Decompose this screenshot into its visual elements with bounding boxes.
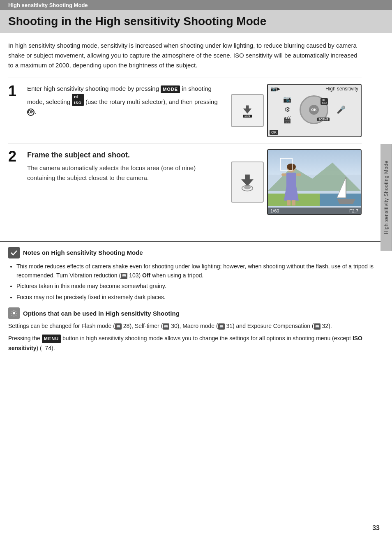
camera-icon: 📷 xyxy=(283,95,291,103)
svg-rect-16 xyxy=(296,173,301,176)
options-icon-box xyxy=(8,307,20,319)
step-2-desc: The camera automatically selects the foc… xyxy=(27,163,224,183)
high-sensitivity-label: High sensitivity xyxy=(325,86,358,92)
step-1-text: Enter high sensitivity shooting mode by … xyxy=(27,84,224,117)
intro-paragraph: In high sensitivity shooting mode, sensi… xyxy=(8,41,362,70)
header-bar: High sensitivity Shooting Mode xyxy=(0,0,392,10)
step-2-content: Frame the subject and shoot. The camera … xyxy=(27,149,224,183)
shutter-svg xyxy=(237,172,258,192)
scene-badge: SCENE xyxy=(317,118,330,121)
mic-icon: 🎤 xyxy=(337,105,346,114)
options-text: Settings can be changed for Flash mode (… xyxy=(8,321,384,353)
ref-30: 📖 xyxy=(163,323,169,330)
step-1-mode-diagram: MODE xyxy=(231,94,264,127)
svg-rect-14 xyxy=(292,200,295,205)
ref-28: 📖 xyxy=(115,323,122,330)
note-item-2: Pictures taken in this mode may become s… xyxy=(16,282,384,291)
step-1-images: MODE 📷▶ High sensitivity 📷 ⚙ 🎬 xyxy=(231,84,362,137)
note-item-1: This mode reduces effects of camera shak… xyxy=(16,262,384,280)
ref-icon-103: 📖 xyxy=(121,273,127,279)
options-header: Options that can be used in High sensiti… xyxy=(8,307,384,319)
step-2-images: 1/60 F2.7 xyxy=(231,149,362,215)
ok-symbol: OK xyxy=(27,108,35,116)
left-icons: 📷 ⚙ 🎬 xyxy=(283,95,291,124)
svg-point-7 xyxy=(244,186,251,189)
svg-rect-15 xyxy=(281,173,286,176)
shutter-speed: 1/60 xyxy=(270,208,279,213)
notes-section: Notes on High sensitivity Shooting Mode … xyxy=(0,241,392,302)
notes-icon-box xyxy=(8,247,20,258)
svg-rect-1 xyxy=(246,105,249,109)
step-2-shutter-diagram xyxy=(231,162,264,203)
hi-iso-label: HiISO xyxy=(72,94,84,106)
checkmark-icon xyxy=(10,249,18,256)
camera-mode-icon: 📷▶ xyxy=(270,86,280,92)
options-header-text: Options that can be used in High sensiti… xyxy=(23,310,180,317)
options-text-2: Pressing the MENU button in high sensiti… xyxy=(8,334,384,353)
svg-marker-0 xyxy=(243,108,251,114)
svg-marker-12 xyxy=(284,186,299,201)
page-title-section: Shooting in the High sensitivity Shootin… xyxy=(0,10,392,33)
options-gear-icon xyxy=(10,309,18,317)
page-title: Shooting in the High sensitivity Shootin… xyxy=(8,14,384,28)
options-section: Options that can be used in High sensiti… xyxy=(0,307,392,353)
svg-rect-13 xyxy=(287,200,291,205)
selector-ring: OK HiISO SCENE xyxy=(300,95,328,124)
settings-icon: ⚙ xyxy=(284,106,290,113)
step-2-main: Frame the subject and shoot. xyxy=(27,149,224,161)
step-1: 1 Enter high sensitivity shooting mode b… xyxy=(8,78,362,137)
step-1-number: 1 xyxy=(8,84,21,99)
note-item-3: Focus may not be precisely fixed in extr… xyxy=(16,293,384,302)
svg-point-19 xyxy=(13,312,15,314)
step-1-camera-screen: 📷▶ High sensitivity 📷 ⚙ 🎬 OK HiISO SCENE xyxy=(267,84,362,137)
hi-iso-badge: HiISO xyxy=(321,98,328,105)
step-2: 2 Frame the subject and shoot. The camer… xyxy=(8,143,362,215)
notes-list: This mode reduces effects of camera shak… xyxy=(8,262,384,302)
notes-header-text: Notes on High sensitivity Shooting Mode xyxy=(23,249,143,256)
svg-text:MODE: MODE xyxy=(244,115,250,117)
svg-rect-5 xyxy=(245,174,250,180)
step-1-content: Enter high sensitivity shooting mode by … xyxy=(27,84,224,117)
video-icon: 🎬 xyxy=(283,116,291,124)
page-number: 33 xyxy=(372,524,380,532)
options-text-1: Settings can be changed for Flash mode (… xyxy=(8,321,384,331)
viewfinder-info: 1/60 F2.7 xyxy=(268,208,361,214)
step-2-viewfinder: 1/60 F2.7 xyxy=(267,149,362,215)
boat-svg xyxy=(335,175,357,206)
ref-31: 📖 xyxy=(218,323,225,330)
svg-marker-17 xyxy=(337,177,346,198)
mode-button-label: MODE xyxy=(161,85,180,94)
ok-indicator: OK xyxy=(270,130,278,135)
mode-diagram-svg: MODE xyxy=(239,102,256,119)
notes-header: Notes on High sensitivity Shooting Mode xyxy=(8,247,384,258)
header-label: High sensitivity Shooting Mode xyxy=(8,2,88,8)
ref-32: 📖 xyxy=(314,323,321,330)
side-tab: High sensitivity Shooting Mode xyxy=(380,144,392,251)
focus-box xyxy=(280,158,293,171)
center-ok-button: OK xyxy=(309,105,319,115)
aperture: F2.7 xyxy=(349,208,358,213)
menu-button-label: MENU xyxy=(42,335,61,343)
step-2-number: 2 xyxy=(8,149,21,164)
main-content: In high sensitivity shooting mode, sensi… xyxy=(0,33,370,229)
